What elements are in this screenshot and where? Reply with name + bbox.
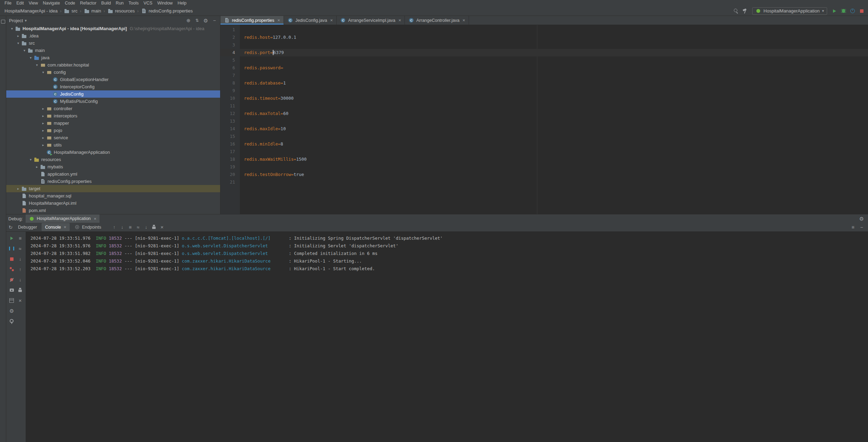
tree-collapse-arrow[interactable]: ▾ [28,158,34,161]
code-line-1[interactable] [240,26,868,34]
settings-icon[interactable] [203,18,209,24]
editor-body[interactable]: 123456789101112131415161718192021 redis.… [220,25,868,214]
up-icon[interactable] [17,266,23,272]
tree-expand-arrow[interactable]: ▸ [15,187,21,191]
tree-expand-arrow[interactable]: ▸ [40,143,46,147]
code-line-17[interactable] [240,148,868,156]
layout-icon[interactable] [850,224,856,230]
rerun-icon[interactable] [8,224,14,230]
menu-item-run[interactable]: Run [113,1,126,6]
tree-item-application-yml[interactable]: application.yml [6,170,220,178]
tree-item-hospitalmanagerapi-iml[interactable]: HospitalManagerApi.iml [6,200,220,207]
project-icon[interactable] [0,19,6,25]
debug-session-tab[interactable]: HospitalManagerApplication × [26,214,99,223]
close-icon[interactable]: × [330,18,333,23]
editor-tab-redisconfig-properties[interactable]: redisConfig.properties× [220,16,284,25]
tree-expand-arrow[interactable]: ▸ [34,165,40,169]
code-line-2[interactable]: redis.host=127.0.0.1 [240,34,868,41]
tree-expand-arrow[interactable]: ▸ [40,114,46,118]
tree-collapse-arrow[interactable]: ▾ [9,27,15,30]
menu-item-edit[interactable]: Edit [14,1,26,6]
down-icon[interactable] [17,277,23,283]
code-line-14[interactable]: redis.maxIdle=10 [240,125,868,133]
breadcrumb-item-resources[interactable]: resources [106,8,136,14]
locate-icon[interactable] [185,18,191,24]
project-panel-title[interactable]: Project [9,18,23,23]
tree-expand-arrow[interactable]: ▸ [40,107,46,110]
tree-collapse-arrow[interactable]: ▾ [34,63,40,67]
tree-expand-arrow[interactable]: ▸ [40,136,46,140]
close-icon[interactable]: × [64,224,67,230]
tree-item-java[interactable]: ▾java [6,54,220,61]
chevron-down-icon[interactable]: ▾ [25,18,27,23]
menu-item-view[interactable]: View [26,1,41,6]
soft-wrap-icon[interactable] [17,246,23,251]
collapse-all-icon[interactable] [194,18,200,24]
code-line-6[interactable]: redis.password= [240,64,868,72]
code-line-7[interactable] [240,72,868,79]
scroll-end-icon[interactable] [17,256,23,262]
pin-icon[interactable] [9,318,15,324]
profiler-icon[interactable] [850,8,856,14]
code-line-8[interactable]: redis.database=1 [240,79,868,87]
menu-item-tools[interactable]: Tools [126,1,141,6]
pause-icon[interactable] [9,246,15,251]
breadcrumb-item-hospitalmanagerapi-idea[interactable]: HospitalManagerApi - idea [3,8,59,14]
code-line-16[interactable]: redis.minIdle=8 [240,140,868,148]
code-line-10[interactable]: redis.timeout=30000 [240,95,868,102]
code-line-21[interactable] [240,178,868,186]
hammer-icon[interactable] [742,8,748,14]
hide-icon[interactable] [859,224,865,230]
tree-item-com-rabbiter-hospital[interactable]: ▾com.rabbiter.hospital [6,61,220,69]
debug-tab-debugger[interactable]: Debugger [15,223,41,231]
run-icon[interactable] [832,8,837,14]
tree-item-utils[interactable]: ▸utils [6,141,220,149]
debug-bug-icon[interactable] [841,8,847,14]
tree-item-mybatisplusconfig[interactable]: MyBatisPlusConfig [6,98,220,105]
tree-expand-arrow[interactable]: ▸ [40,121,46,125]
breadcrumb-item-main[interactable]: main [83,8,102,14]
code-line-11[interactable] [240,102,868,110]
tree-item-controller[interactable]: ▸controller [6,105,220,112]
view-breakpoints-icon[interactable] [9,266,15,272]
code-line-3[interactable] [240,41,868,49]
close-icon[interactable]: × [398,18,401,23]
settings-icon[interactable] [859,216,865,222]
code-line-13[interactable] [240,117,868,125]
code-line-12[interactable]: redis.maxTotal=60 [240,110,868,117]
tree-item-resources[interactable]: ▾resources [6,156,220,163]
breadcrumb-item-redisconfig-properties[interactable]: redisConfig.properties [140,8,194,14]
tree-item-idea[interactable]: ▸.idea [6,32,220,39]
tree-item-target[interactable]: ▸target [6,185,220,192]
scroll-end-icon[interactable] [143,224,149,230]
clear-icon[interactable] [159,224,165,230]
mute-breakpoints-icon[interactable] [9,277,15,283]
editor-tab-arrangeserviceimpl-java[interactable]: ArrangeServiceImpl.java× [337,16,405,25]
code-line-4[interactable]: redis.port=6379 [240,49,868,56]
tree-collapse-arrow[interactable]: ▾ [28,56,34,60]
layout-icon[interactable] [127,224,133,230]
tree-item-interceptorconfig[interactable]: InterceptorConfig [6,83,220,90]
print-icon[interactable] [17,287,23,293]
code-line-5[interactable] [240,56,868,64]
tree-item-pom-xml[interactable]: pom.xml [6,207,220,214]
tree-item-mapper[interactable]: ▸mapper [6,120,220,127]
tree-item-config[interactable]: ▾config [6,69,220,76]
tree-item-pojo[interactable]: ▸pojo [6,127,220,134]
code-line-20[interactable]: redis.testOnBorrow=true [240,171,868,178]
clear-icon[interactable] [17,298,23,303]
tree-expand-arrow[interactable]: ▸ [15,34,21,38]
tree-item-main[interactable]: ▾main [6,47,220,54]
stop-icon[interactable] [859,8,865,14]
resume-icon[interactable] [9,235,15,241]
down-icon[interactable] [119,224,125,230]
tree-item-globalexceptionhandler[interactable]: GlobalExceptionHandler [6,76,220,83]
thread-dump-icon[interactable] [9,287,15,293]
menu-item-vcs[interactable]: VCS [141,1,155,6]
editor-tab-arrangecontroller-java[interactable]: ArrangeController.java× [405,16,469,25]
code-line-15[interactable] [240,133,868,140]
menu-item-help[interactable]: Help [175,1,189,6]
tree-item-mybatis[interactable]: ▸mybatis [6,163,220,170]
editor-tab-jedisconfig-java[interactable]: JedisConfig.java× [284,16,337,25]
tree-collapse-arrow[interactable]: ▾ [21,48,27,52]
